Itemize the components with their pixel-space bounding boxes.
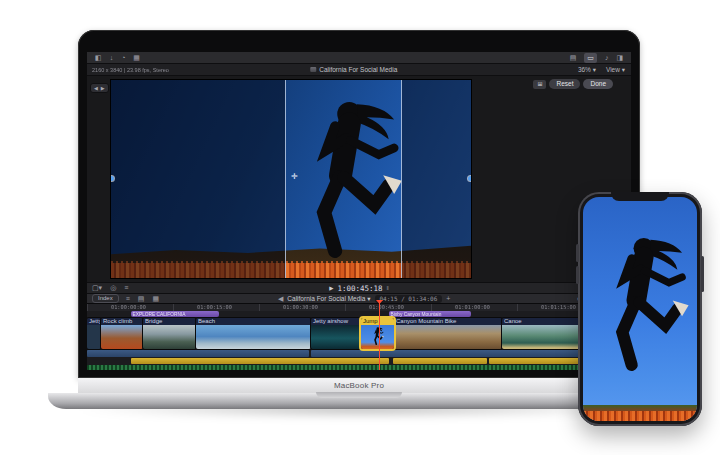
poppy-field-graphic <box>583 411 697 421</box>
jumping-person-graphic <box>370 326 385 347</box>
clip-appearance-2-icon[interactable]: ▤ <box>138 294 145 304</box>
timeline-toolbar: Index ≡ ▤ ▦ ◀ California For Social Medi… <box>87 293 631 303</box>
iphone <box>578 192 702 426</box>
background-tasks-icon[interactable]: ◔ <box>121 53 125 63</box>
tools-menu-icon[interactable]: ▢▾ <box>92 283 102 293</box>
reset-button[interactable]: Reset <box>549 79 580 89</box>
clip-jump-selected[interactable]: Jump <box>361 318 394 349</box>
sidebar-toggle-icon[interactable]: ◧ <box>95 53 102 63</box>
next-edit-icon[interactable]: ▶ <box>101 85 105 91</box>
clip-canyon-mountain-bike[interactable]: Canyon Mountain Bike <box>394 318 502 349</box>
audio-clip-voiceover[interactable]: California voice over <box>87 350 309 357</box>
play-icon[interactable]: ▶ <box>329 285 333 291</box>
previous-edit-icon[interactable]: ◀ <box>94 85 98 91</box>
playhead[interactable] <box>379 300 380 370</box>
macbook-bottom-bezel: MacBook Pro <box>78 378 640 393</box>
clip-canoe[interactable]: Canoe <box>502 318 588 349</box>
keyword-editor-icon[interactable]: ▦ <box>133 53 140 63</box>
audio-clip-music[interactable]: California music <box>87 365 607 370</box>
clip-thumbnail <box>196 325 311 349</box>
timeline-duration-chip: 04:15 / 01:34:06 <box>374 295 442 303</box>
iphone-screen <box>583 197 697 421</box>
clip-bridge[interactable]: Bridge <box>143 318 196 349</box>
clip-thumbnail <box>311 325 361 349</box>
macbook-lid: ◧ ↓ ◔ ▦ ▤ ▭ ♪ ◨ 2160 x 3840 | 23.98 fps,… <box>78 30 640 378</box>
crop-dim-left <box>111 80 286 278</box>
clip-appearance-3-icon[interactable]: ▦ <box>152 294 159 304</box>
title-clip-label: Bixby Canyon Mountain <box>389 312 441 317</box>
inspector-toggle-icon[interactable]: ◨ <box>616 53 623 63</box>
project-title: California For Social Media <box>319 66 397 73</box>
audio-clip-ambience-sfx[interactable]: Ambience sfx <box>131 358 389 364</box>
ruler-tick: 01:00:15:00 <box>197 304 232 310</box>
right-transform-handle[interactable] <box>468 176 471 181</box>
audio-meters-icon[interactable]: ‖ <box>387 285 389 291</box>
clip-rock-climb[interactable]: Rock climb <box>101 318 143 349</box>
timeline-pane: EXPLORE CALIFORNIA Bixby Canyon Mountain… <box>87 311 631 370</box>
jumping-person-graphic <box>585 227 697 387</box>
timeline-project-dropdown[interactable]: California For Social Media ▾ <box>287 295 370 303</box>
clip-thumbnail <box>87 325 101 349</box>
transport-bar: ▢▾ ◎ ≡ ▶ 1:00:45:18 ‖ <box>87 282 631 293</box>
fcp-toolbar: ◧ ↓ ◔ ▦ ▤ ▭ ♪ ◨ <box>87 52 631 64</box>
browser-toggle-icon[interactable]: ▤ <box>570 53 577 63</box>
audio-clip-bike-sfx[interactable]: Bike sfx <box>393 358 487 364</box>
clip-jetty[interactable]: Jetty <box>87 318 101 349</box>
ruler-tick: 01:00:45:00 <box>369 304 404 310</box>
clip-thumbnail <box>394 325 502 349</box>
iphone-volume-down-button <box>576 266 579 284</box>
index-button[interactable]: Index <box>92 294 119 303</box>
vertical-crop-region[interactable] <box>286 80 401 278</box>
clip-appearance-1-icon[interactable]: ≡ <box>126 294 130 304</box>
clip-thumbnail <box>361 325 394 349</box>
iphone-power-button <box>701 256 704 292</box>
viewer-pane: ◀ ▶ ⊞ Reset Done <box>87 76 631 282</box>
media-music-icon[interactable]: ♪ <box>605 53 609 63</box>
timeline-toggle-icon[interactable]: ▭ <box>584 53 597 63</box>
ruler-tick: 01:00:00:00 <box>111 304 146 310</box>
import-icon[interactable]: ↓ <box>110 53 114 63</box>
clip-jetty-airshow[interactable]: Jetty airshow <box>311 318 361 349</box>
title-clip[interactable]: Bixby Canyon Mountain <box>389 311 471 317</box>
audio-clip-interview[interactable]: Interview sfx <box>311 350 607 357</box>
edit-navigation: ◀ ▶ <box>90 83 109 93</box>
zoom-tool-icon[interactable]: ≡ <box>124 283 128 293</box>
project-format-info: 2160 x 3840 | 23.98 fps, Stereo <box>92 67 169 73</box>
viewer-canvas: ✛ <box>111 80 471 278</box>
timeline-back-icon[interactable]: ◀ <box>278 294 283 304</box>
macbook-label: MacBook Pro <box>334 381 384 390</box>
ruler-tick: 01:01:15:00 <box>541 304 576 310</box>
ruler-tick: 01:01:00:00 <box>455 304 490 310</box>
title-clip[interactable]: EXPLORE CALIFORNIA <box>131 311 219 317</box>
view-dropdown[interactable]: View ▾ <box>606 66 625 74</box>
crop-dim-right <box>401 80 471 278</box>
title-clip-label: EXPLORE CALIFORNIA <box>131 312 185 317</box>
iphone-volume-up-button <box>576 244 579 262</box>
clip-thumbnail <box>502 325 588 349</box>
clip-thumbnail <box>101 325 143 349</box>
zoom-level-dropdown[interactable]: 36% ▾ <box>578 66 596 74</box>
done-button[interactable]: Done <box>583 79 613 89</box>
transform-grid-icon[interactable]: ⊞ <box>533 80 546 89</box>
iphone-notch <box>611 192 669 201</box>
macbook-screen: ◧ ↓ ◔ ▦ ▤ ▭ ♪ ◨ 2160 x 3840 | 23.98 fps,… <box>87 52 631 370</box>
trim-icon[interactable]: ◎ <box>110 283 116 293</box>
project-icon <box>310 67 316 72</box>
anchor-point-icon[interactable]: ✛ <box>291 172 298 181</box>
viewer-timecode: 1:00:45:18 <box>337 284 382 293</box>
viewer-info-bar: 2160 x 3840 | 23.98 fps, Stereo Californ… <box>87 64 631 76</box>
new-project-icon[interactable]: + <box>446 294 450 304</box>
clip-beach[interactable]: Beach <box>196 318 311 349</box>
macbook-lid-notch <box>316 392 402 398</box>
macbook-base <box>48 393 670 409</box>
timeline-ruler[interactable]: 01:00:00:00 01:00:15:00 01:00:30:00 01:0… <box>87 303 631 311</box>
clip-thumbnail <box>143 325 196 349</box>
ruler-tick: 01:00:30:00 <box>283 304 318 310</box>
